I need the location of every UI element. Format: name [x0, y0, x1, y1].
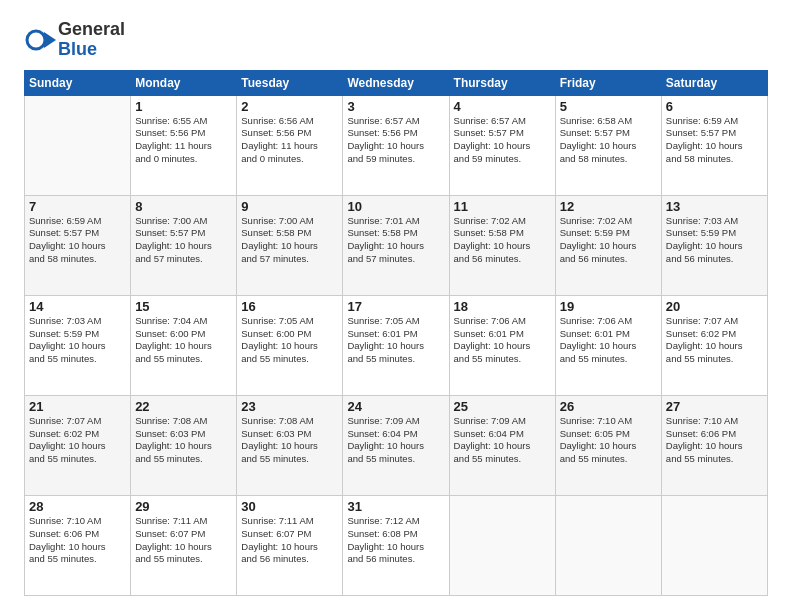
- day-info: Sunrise: 6:57 AM Sunset: 5:57 PM Dayligh…: [454, 115, 551, 166]
- day-info: Sunrise: 7:04 AM Sunset: 6:00 PM Dayligh…: [135, 315, 232, 366]
- calendar-cell: 10Sunrise: 7:01 AM Sunset: 5:58 PM Dayli…: [343, 195, 449, 295]
- calendar-cell: 24Sunrise: 7:09 AM Sunset: 6:04 PM Dayli…: [343, 395, 449, 495]
- day-info: Sunrise: 7:07 AM Sunset: 6:02 PM Dayligh…: [666, 315, 763, 366]
- col-header-monday: Monday: [131, 70, 237, 95]
- day-number: 18: [454, 299, 551, 314]
- day-info: Sunrise: 7:02 AM Sunset: 5:58 PM Dayligh…: [454, 215, 551, 266]
- logo: General Blue: [24, 20, 125, 60]
- day-info: Sunrise: 7:06 AM Sunset: 6:01 PM Dayligh…: [454, 315, 551, 366]
- day-number: 9: [241, 199, 338, 214]
- day-number: 23: [241, 399, 338, 414]
- day-number: 30: [241, 499, 338, 514]
- calendar-cell: 25Sunrise: 7:09 AM Sunset: 6:04 PM Dayli…: [449, 395, 555, 495]
- day-number: 21: [29, 399, 126, 414]
- day-number: 17: [347, 299, 444, 314]
- logo-text-blue: Blue: [58, 40, 125, 60]
- day-number: 4: [454, 99, 551, 114]
- logo-text-general: General: [58, 20, 125, 40]
- day-info: Sunrise: 7:11 AM Sunset: 6:07 PM Dayligh…: [241, 515, 338, 566]
- day-number: 1: [135, 99, 232, 114]
- day-number: 5: [560, 99, 657, 114]
- day-info: Sunrise: 7:10 AM Sunset: 6:05 PM Dayligh…: [560, 415, 657, 466]
- calendar-cell: 28Sunrise: 7:10 AM Sunset: 6:06 PM Dayli…: [25, 495, 131, 595]
- logo-icon: [24, 24, 56, 56]
- day-number: 13: [666, 199, 763, 214]
- calendar-cell: [555, 495, 661, 595]
- day-number: 24: [347, 399, 444, 414]
- day-number: 26: [560, 399, 657, 414]
- calendar-cell: 1Sunrise: 6:55 AM Sunset: 5:56 PM Daylig…: [131, 95, 237, 195]
- calendar-cell: 11Sunrise: 7:02 AM Sunset: 5:58 PM Dayli…: [449, 195, 555, 295]
- calendar-cell: 6Sunrise: 6:59 AM Sunset: 5:57 PM Daylig…: [661, 95, 767, 195]
- col-header-sunday: Sunday: [25, 70, 131, 95]
- day-number: 19: [560, 299, 657, 314]
- calendar-cell: 3Sunrise: 6:57 AM Sunset: 5:56 PM Daylig…: [343, 95, 449, 195]
- day-info: Sunrise: 7:02 AM Sunset: 5:59 PM Dayligh…: [560, 215, 657, 266]
- day-number: 31: [347, 499, 444, 514]
- calendar-cell: 23Sunrise: 7:08 AM Sunset: 6:03 PM Dayli…: [237, 395, 343, 495]
- day-number: 15: [135, 299, 232, 314]
- day-info: Sunrise: 7:05 AM Sunset: 6:01 PM Dayligh…: [347, 315, 444, 366]
- calendar-cell: 7Sunrise: 6:59 AM Sunset: 5:57 PM Daylig…: [25, 195, 131, 295]
- day-info: Sunrise: 6:55 AM Sunset: 5:56 PM Dayligh…: [135, 115, 232, 166]
- day-info: Sunrise: 7:06 AM Sunset: 6:01 PM Dayligh…: [560, 315, 657, 366]
- day-info: Sunrise: 7:12 AM Sunset: 6:08 PM Dayligh…: [347, 515, 444, 566]
- day-number: 2: [241, 99, 338, 114]
- col-header-thursday: Thursday: [449, 70, 555, 95]
- calendar-cell: 15Sunrise: 7:04 AM Sunset: 6:00 PM Dayli…: [131, 295, 237, 395]
- header: General Blue: [24, 20, 768, 60]
- day-number: 8: [135, 199, 232, 214]
- calendar-cell: [661, 495, 767, 595]
- day-info: Sunrise: 7:01 AM Sunset: 5:58 PM Dayligh…: [347, 215, 444, 266]
- day-info: Sunrise: 6:56 AM Sunset: 5:56 PM Dayligh…: [241, 115, 338, 166]
- day-info: Sunrise: 7:10 AM Sunset: 6:06 PM Dayligh…: [666, 415, 763, 466]
- day-number: 20: [666, 299, 763, 314]
- day-number: 27: [666, 399, 763, 414]
- day-number: 14: [29, 299, 126, 314]
- calendar-cell: 30Sunrise: 7:11 AM Sunset: 6:07 PM Dayli…: [237, 495, 343, 595]
- day-info: Sunrise: 7:09 AM Sunset: 6:04 PM Dayligh…: [454, 415, 551, 466]
- day-info: Sunrise: 6:59 AM Sunset: 5:57 PM Dayligh…: [29, 215, 126, 266]
- calendar-cell: 22Sunrise: 7:08 AM Sunset: 6:03 PM Dayli…: [131, 395, 237, 495]
- calendar-cell: 19Sunrise: 7:06 AM Sunset: 6:01 PM Dayli…: [555, 295, 661, 395]
- day-number: 22: [135, 399, 232, 414]
- calendar-cell: 27Sunrise: 7:10 AM Sunset: 6:06 PM Dayli…: [661, 395, 767, 495]
- day-number: 28: [29, 499, 126, 514]
- day-number: 7: [29, 199, 126, 214]
- day-info: Sunrise: 7:07 AM Sunset: 6:02 PM Dayligh…: [29, 415, 126, 466]
- day-number: 10: [347, 199, 444, 214]
- col-header-saturday: Saturday: [661, 70, 767, 95]
- calendar-cell: 17Sunrise: 7:05 AM Sunset: 6:01 PM Dayli…: [343, 295, 449, 395]
- svg-point-0: [27, 31, 45, 49]
- day-info: Sunrise: 7:03 AM Sunset: 5:59 PM Dayligh…: [29, 315, 126, 366]
- day-info: Sunrise: 6:58 AM Sunset: 5:57 PM Dayligh…: [560, 115, 657, 166]
- day-number: 29: [135, 499, 232, 514]
- day-info: Sunrise: 6:57 AM Sunset: 5:56 PM Dayligh…: [347, 115, 444, 166]
- day-number: 25: [454, 399, 551, 414]
- col-header-friday: Friday: [555, 70, 661, 95]
- day-number: 12: [560, 199, 657, 214]
- day-info: Sunrise: 7:08 AM Sunset: 6:03 PM Dayligh…: [241, 415, 338, 466]
- calendar-cell: [25, 95, 131, 195]
- day-info: Sunrise: 7:03 AM Sunset: 5:59 PM Dayligh…: [666, 215, 763, 266]
- calendar-cell: 14Sunrise: 7:03 AM Sunset: 5:59 PM Dayli…: [25, 295, 131, 395]
- day-info: Sunrise: 7:05 AM Sunset: 6:00 PM Dayligh…: [241, 315, 338, 366]
- calendar-cell: 31Sunrise: 7:12 AM Sunset: 6:08 PM Dayli…: [343, 495, 449, 595]
- calendar-cell: 29Sunrise: 7:11 AM Sunset: 6:07 PM Dayli…: [131, 495, 237, 595]
- calendar-cell: 18Sunrise: 7:06 AM Sunset: 6:01 PM Dayli…: [449, 295, 555, 395]
- day-number: 6: [666, 99, 763, 114]
- calendar-cell: 4Sunrise: 6:57 AM Sunset: 5:57 PM Daylig…: [449, 95, 555, 195]
- calendar-cell: 20Sunrise: 7:07 AM Sunset: 6:02 PM Dayli…: [661, 295, 767, 395]
- day-info: Sunrise: 7:08 AM Sunset: 6:03 PM Dayligh…: [135, 415, 232, 466]
- calendar-cell: 2Sunrise: 6:56 AM Sunset: 5:56 PM Daylig…: [237, 95, 343, 195]
- col-header-tuesday: Tuesday: [237, 70, 343, 95]
- calendar-cell: 9Sunrise: 7:00 AM Sunset: 5:58 PM Daylig…: [237, 195, 343, 295]
- day-info: Sunrise: 6:59 AM Sunset: 5:57 PM Dayligh…: [666, 115, 763, 166]
- calendar-cell: 8Sunrise: 7:00 AM Sunset: 5:57 PM Daylig…: [131, 195, 237, 295]
- calendar-table: SundayMondayTuesdayWednesdayThursdayFrid…: [24, 70, 768, 596]
- calendar-cell: [449, 495, 555, 595]
- page: General Blue SundayMondayTuesdayWednesda…: [0, 0, 792, 612]
- day-info: Sunrise: 7:10 AM Sunset: 6:06 PM Dayligh…: [29, 515, 126, 566]
- day-number: 16: [241, 299, 338, 314]
- calendar-cell: 26Sunrise: 7:10 AM Sunset: 6:05 PM Dayli…: [555, 395, 661, 495]
